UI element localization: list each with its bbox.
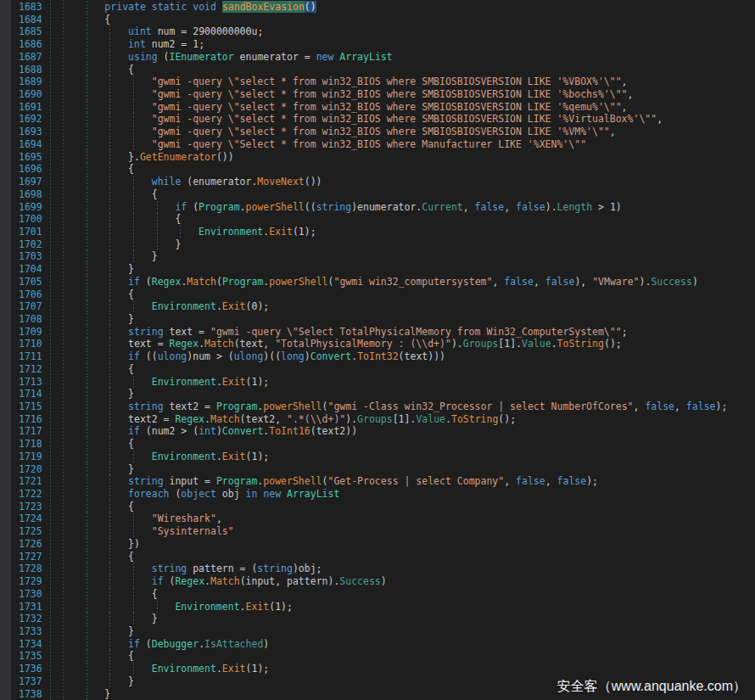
code-token: powerShell <box>263 475 322 487</box>
code-token: { <box>175 213 181 225</box>
code-line[interactable]: 1711if ((ulong)num > (ulong)((long)Conve… <box>0 350 755 363</box>
indent-guide <box>109 512 110 525</box>
code-text: text2 = Regex.Match(text2, ".*(\\d+)").G… <box>128 413 516 426</box>
code-token: num = <box>152 25 193 37</box>
code-token: ulong <box>158 350 187 362</box>
code-line[interactable]: 1691"gwmi -query \"select * from win32_B… <box>0 101 755 114</box>
code-line[interactable]: 1699if (Program.powerShell((string)enume… <box>0 201 755 214</box>
indent-guide <box>87 588 87 601</box>
code-line[interactable]: 1696{ <box>0 163 755 176</box>
code-line[interactable]: 1707Environment.Exit(0); <box>0 300 755 313</box>
code-text: if (Debugger.IsAttached) <box>128 638 269 651</box>
code-line[interactable]: 1734if (Debugger.IsAttached) <box>0 638 755 651</box>
code-token: ) <box>216 425 222 437</box>
code-line[interactable]: 1712{ <box>0 363 755 376</box>
indent-guide <box>87 551 87 563</box>
code-line[interactable]: 1689"gwmi -query \"select * from win32_B… <box>0 76 755 88</box>
code-line[interactable]: 1717if (num2 > (int)Convert.ToInt16(text… <box>0 425 755 438</box>
code-token: Program <box>222 276 263 288</box>
line-number: 1725 <box>19 525 42 538</box>
code-line[interactable]: 1724"Wireshark", <box>0 512 755 525</box>
code-line[interactable]: 1684{ <box>0 14 755 26</box>
code-token: Success <box>339 575 380 587</box>
code-line[interactable]: 1698{ <box>0 188 755 201</box>
line-number: 1736 <box>19 663 42 675</box>
code-token: if <box>128 638 140 650</box>
code-token: "gwmi -query \"select * from win32_BIOS … <box>152 88 628 100</box>
code-line[interactable]: 1720} <box>0 463 755 476</box>
code-line[interactable]: 1727{ <box>0 551 755 563</box>
code-line[interactable]: 1710text = Regex.Match(text, "TotalPhysi… <box>0 338 755 350</box>
code-line[interactable]: 1709string text = "gwmi -query \"Select … <box>0 326 755 339</box>
code-line[interactable]: 1697while (enumerator.MoveNext()) <box>0 176 755 188</box>
code-text: } <box>152 250 158 263</box>
indent-guide <box>87 163 87 176</box>
code-token: ); <box>305 226 316 238</box>
code-line[interactable]: 1729if (Regex.Match(input, pattern).Succ… <box>0 575 755 588</box>
code-token: ). <box>545 201 557 213</box>
code-line[interactable]: 1719Environment.Exit(1); <box>0 451 755 463</box>
code-line[interactable]: 1716text2 = Regex.Match(text2, ".*(\\d+)… <box>0 413 755 426</box>
indent-guide <box>133 663 134 675</box>
code-token: . <box>240 201 246 213</box>
code-line[interactable]: 1701Environment.Exit(1); <box>0 226 755 238</box>
code-token: , <box>674 400 686 412</box>
code-token: foreach <box>128 488 169 500</box>
code-line[interactable]: 1686int num2 = 1; <box>0 38 755 51</box>
code-line[interactable]: 1725"Sysinternals" <box>0 525 755 538</box>
code-line[interactable]: 1728string pattern = (string)obj; <box>0 563 755 575</box>
code-line[interactable]: 1688{ <box>0 64 755 76</box>
code-line[interactable]: 1693"gwmi -query \"select * from win32_B… <box>0 126 755 138</box>
indent-guide <box>133 201 134 214</box>
code-token: ). <box>345 413 357 425</box>
code-line[interactable]: 1695}.GetEnumerator()) <box>0 151 755 164</box>
code-line[interactable]: 1715string text2 = Program.powerShell("g… <box>0 400 755 413</box>
code-line[interactable]: 1733} <box>0 625 755 638</box>
code-line[interactable]: 1687using (IEnumerator enumerator = new … <box>0 51 755 64</box>
code-line[interactable]: 1685uint num = 2900000000u; <box>0 25 755 38</box>
code-line[interactable]: 1694"gwmi -query \"Select * from win32_B… <box>0 138 755 151</box>
code-line[interactable]: 1703} <box>0 250 755 263</box>
code-line[interactable]: 1735{ <box>0 650 755 663</box>
code-line[interactable]: 1704} <box>0 263 755 276</box>
code-text: { <box>128 501 134 513</box>
code-line[interactable]: 1705if (Regex.Match(Program.powerShell("… <box>0 276 755 288</box>
code-token: (num2 > ( <box>140 425 199 437</box>
code-line[interactable]: 1706{ <box>0 288 755 301</box>
indent-guide <box>180 226 181 238</box>
code-line[interactable]: 1692"gwmi -query \"select * from win32_B… <box>0 113 755 126</box>
indent-guide <box>109 38 110 51</box>
line-number: 1712 <box>19 363 42 376</box>
code-text: Environment.Exit(1); <box>152 376 270 389</box>
code-line[interactable]: 1718{ <box>0 438 755 451</box>
code-token: "gwmi -query \"select * from win32_BIOS … <box>152 76 622 87</box>
code-line[interactable]: 1722foreach (object obj in new ArrayList <box>0 488 755 501</box>
code-line[interactable]: 1731Environment.Exit(1); <box>0 601 755 613</box>
code-token: }. <box>128 151 140 163</box>
code-token: ToInt32 <box>357 350 398 362</box>
code-line[interactable]: 1702} <box>0 238 755 251</box>
code-token: (); <box>604 338 622 350</box>
code-token: string <box>257 563 293 574</box>
code-token: Exit <box>222 376 246 388</box>
indent-guide <box>133 138 134 151</box>
code-line[interactable]: 1714} <box>0 388 755 400</box>
code-line[interactable]: 1700{ <box>0 213 755 226</box>
code-line[interactable]: 1713Environment.Exit(1); <box>0 376 755 389</box>
code-editor[interactable]: 1683private static void sandBoxEvasion()… <box>0 0 755 700</box>
code-line[interactable]: 1683private static void sandBoxEvasion() <box>0 1 755 14</box>
line-number: 1709 <box>19 326 42 339</box>
code-token: if <box>128 350 140 362</box>
line-number: 1714 <box>19 388 42 400</box>
code-line[interactable]: 1723{ <box>0 501 755 513</box>
code-line[interactable]: 1708} <box>0 313 755 326</box>
indent-guide <box>109 288 110 301</box>
code-token: } <box>128 313 134 325</box>
code-line[interactable]: 1736Environment.Exit(1); <box>0 663 755 675</box>
code-token: (text, <box>234 338 275 350</box>
code-line[interactable]: 1730{ <box>0 588 755 601</box>
code-line[interactable]: 1690"gwmi -query \"select * from win32_B… <box>0 88 755 101</box>
code-line[interactable]: 1721string input = Program.powerShell("G… <box>0 475 755 488</box>
code-line[interactable]: 1732} <box>0 613 755 625</box>
code-line[interactable]: 1726}) <box>0 538 755 551</box>
